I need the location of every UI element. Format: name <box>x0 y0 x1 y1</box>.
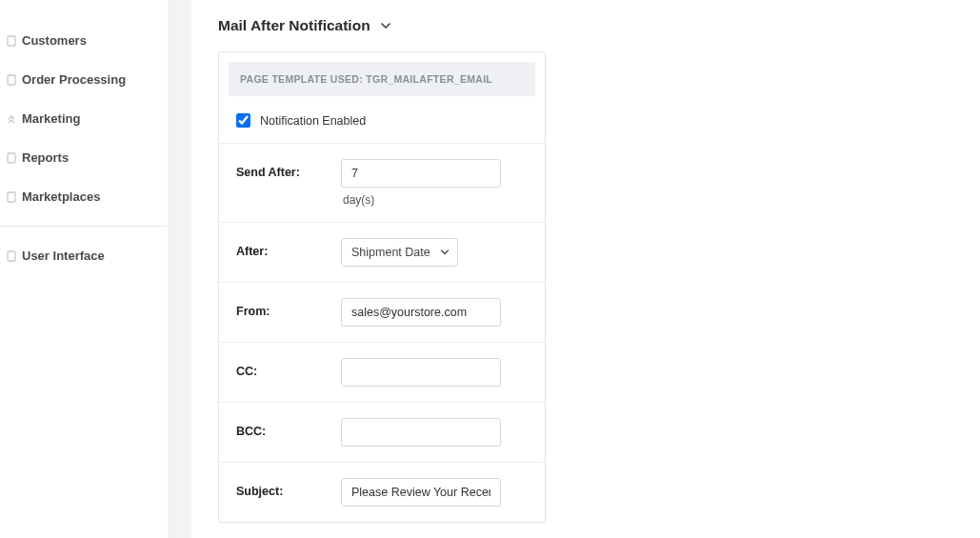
after-label: After: <box>236 238 341 258</box>
chevron-down-icon[interactable] <box>380 20 391 31</box>
customers-icon <box>6 34 16 47</box>
template-banner: PAGE TEMPLATE USED: TGR_MAILAFTER_EMAIL <box>229 62 535 96</box>
send-after-input[interactable] <box>341 159 501 188</box>
sidebar-item-marketplaces[interactable]: Marketplaces <box>0 177 167 216</box>
after-select-value: Shipment Date <box>351 246 430 259</box>
sidebar-item-reports[interactable]: Reports <box>0 138 167 177</box>
order-processing-icon <box>6 73 16 86</box>
template-banner-prefix: PAGE TEMPLATE USED: <box>240 73 363 85</box>
cc-label: CC: <box>236 358 341 378</box>
marketing-icon <box>6 112 16 125</box>
from-input[interactable] <box>341 298 501 327</box>
sidebar-item-order-processing[interactable]: Order Processing <box>0 60 167 99</box>
subject-input[interactable] <box>341 478 501 507</box>
row-send-after: Send After: day(s) <box>219 144 545 223</box>
sidebar: Customers Order Processing Marketing Rep… <box>0 0 168 538</box>
notification-card: PAGE TEMPLATE USED: TGR_MAILAFTER_EMAIL … <box>218 51 546 523</box>
notification-enabled-label: Notification Enabled <box>260 114 366 128</box>
bcc-input[interactable] <box>341 418 501 447</box>
svg-rect-2 <box>8 153 15 163</box>
sidebar-item-label: User Interface <box>22 249 105 263</box>
sidebar-item-customers[interactable]: Customers <box>0 21 167 60</box>
after-select[interactable]: Shipment Date <box>341 238 458 267</box>
row-cc: CC: <box>219 343 545 403</box>
cc-input[interactable] <box>341 358 501 387</box>
bcc-label: BCC: <box>236 418 341 438</box>
reports-icon <box>6 151 16 164</box>
send-after-hint: day(s) <box>341 193 528 207</box>
user-interface-icon <box>6 249 16 262</box>
sidebar-item-label: Marketplaces <box>22 189 100 204</box>
template-banner-name: TGR_MAILAFTER_EMAIL <box>366 73 492 85</box>
row-bcc: BCC: <box>219 403 545 463</box>
main-content: Mail After Notification PAGE TEMPLATE US… <box>191 0 980 538</box>
from-label: From: <box>236 298 341 318</box>
page-title: Mail After Notification <box>218 17 370 34</box>
svg-rect-3 <box>8 192 15 202</box>
row-from: From: <box>219 283 545 343</box>
sidebar-item-label: Order Processing <box>22 72 126 87</box>
sidebar-divider <box>0 226 167 227</box>
row-notification-enabled: Notification Enabled <box>219 96 545 144</box>
subject-label: Subject: <box>236 478 341 498</box>
svg-rect-0 <box>8 36 15 46</box>
svg-rect-1 <box>8 75 15 85</box>
svg-rect-4 <box>8 251 15 261</box>
sidebar-item-label: Marketing <box>22 111 80 126</box>
page-title-row: Mail After Notification <box>218 17 953 34</box>
notification-enabled-checkbox[interactable] <box>236 113 250 128</box>
marketplaces-icon <box>6 190 16 203</box>
sidebar-item-label: Reports <box>22 150 69 165</box>
row-after: After: Shipment Date <box>219 223 545 283</box>
send-after-label: Send After: <box>236 159 341 179</box>
row-subject: Subject: <box>219 463 545 522</box>
sidebar-item-user-interface[interactable]: User Interface <box>0 236 167 275</box>
sidebar-item-label: Customers <box>22 33 87 48</box>
chevron-down-icon <box>440 248 450 257</box>
layout-gap <box>168 0 191 538</box>
sidebar-item-marketing[interactable]: Marketing <box>0 99 167 138</box>
